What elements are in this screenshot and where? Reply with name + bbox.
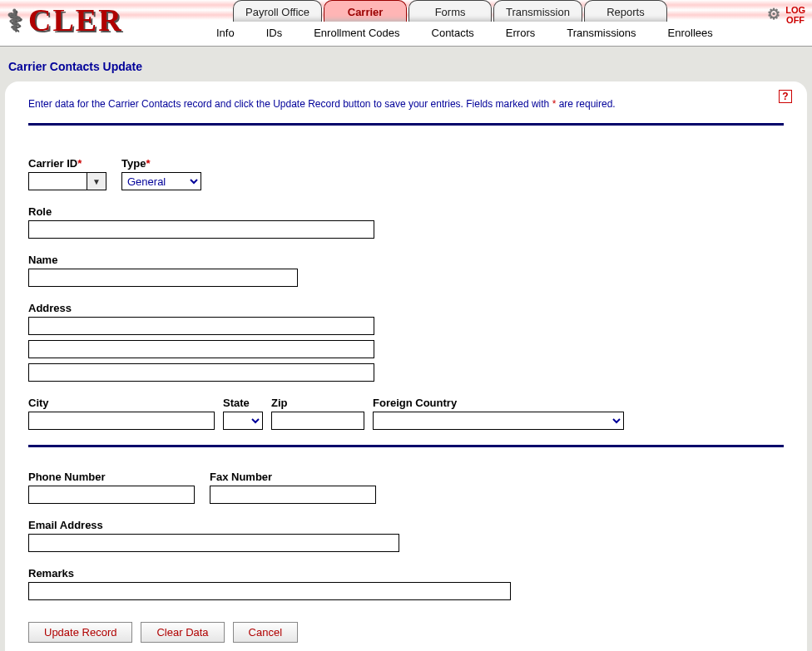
fax-input[interactable] [210,486,376,504]
tab-carrier[interactable]: Carrier [324,0,407,22]
carrier-id-dropdown-button[interactable]: ▼ [87,172,106,190]
subtab-enrollees[interactable]: Enrollees [668,27,713,39]
remarks-label: Remarks [28,567,511,579]
subtab-errors[interactable]: Errors [506,27,535,39]
page-title: Carrier Contacts Update [0,47,812,81]
foreign-country-label: Foreign Country [373,397,624,409]
subtab-info[interactable]: Info [216,27,235,39]
help-icon[interactable]: ? [779,90,792,103]
subtab-ids[interactable]: IDs [266,27,283,39]
app-logo: ⚕ CLER [7,2,123,38]
email-input[interactable] [28,534,399,552]
clear-data-button[interactable]: Clear Data [141,622,224,643]
main-tab-bar: Payroll Office Carrier Forms Transmissio… [233,0,667,22]
role-input[interactable] [28,220,374,239]
logoff-label: LOG OFF [785,5,805,25]
instructions: Enter data for the Carrier Contacts reco… [28,96,784,111]
sub-tab-bar: Info IDs Enrollment Codes Contacts Error… [216,27,713,39]
app-header: ⚕ CLER Payroll Office Carrier Forms Tran… [0,0,812,47]
address-label: Address [28,302,374,314]
tab-payroll-office[interactable]: Payroll Office [233,0,322,22]
form-card: ? Enter data for the Carrier Contacts re… [5,81,807,651]
state-label: State [223,397,263,409]
name-label: Name [28,254,298,266]
divider-mid [28,445,784,447]
subtab-contacts[interactable]: Contacts [432,27,474,39]
role-label: Role [28,205,374,218]
phone-label: Phone Number [28,471,195,483]
caduceus-icon: ⚕ [7,3,23,37]
tab-transmission[interactable]: Transmission [493,0,582,22]
carrier-id-label: Carrier ID* [28,157,106,170]
phone-input[interactable] [28,486,195,504]
type-select[interactable]: General [121,172,201,190]
zip-label: Zip [271,397,364,409]
chevron-down-icon: ▼ [92,177,101,186]
divider-top [28,123,784,126]
address2-input[interactable] [28,340,374,358]
city-label: City [28,397,215,409]
zip-input[interactable] [271,412,364,430]
remarks-input[interactable] [28,582,511,600]
update-record-button[interactable]: Update Record [28,622,132,643]
email-label: Email Address [28,519,399,531]
gear-icon: ⚙ [767,7,780,23]
fax-label: Fax Number [210,471,376,483]
instructions-pre: Enter data for the Carrier Contacts reco… [28,98,552,110]
instructions-post: are required. [556,98,615,110]
logoff-link[interactable]: ⚙ LOG OFF [767,5,805,25]
foreign-country-select[interactable] [373,412,624,430]
brand-text: CLER [28,2,123,38]
state-select[interactable] [223,412,263,430]
type-label: Type* [121,157,201,170]
subtab-transmissions[interactable]: Transmissions [567,27,636,39]
tab-forms[interactable]: Forms [408,0,492,22]
address3-input[interactable] [28,363,374,382]
address1-input[interactable] [28,317,374,335]
cancel-button[interactable]: Cancel [233,622,298,643]
carrier-id-input[interactable] [28,172,87,190]
city-input[interactable] [28,412,215,430]
name-input[interactable] [28,269,298,287]
subtab-enrollment-codes[interactable]: Enrollment Codes [314,27,399,39]
tab-reports[interactable]: Reports [584,0,667,22]
